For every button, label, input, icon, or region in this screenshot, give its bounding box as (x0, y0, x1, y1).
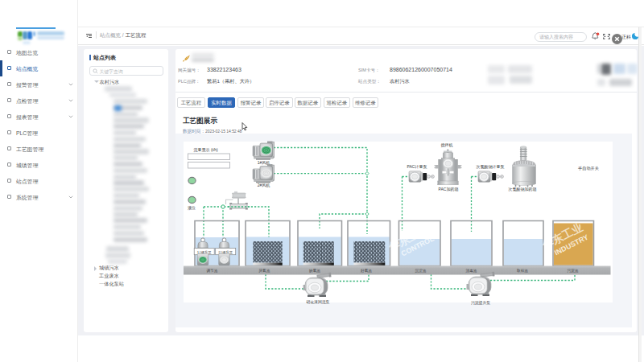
svg-text:缺氧池: 缺氧池 (309, 268, 320, 274)
svg-text:厌氧池: 厌氧池 (259, 268, 270, 274)
svg-text:污泥提升泵: 污泥提升泵 (471, 300, 490, 306)
svg-text:次氯酸钠计量泵: 次氯酸钠计量泵 (477, 164, 505, 170)
svg-text:手自动开关: 手自动开关 (578, 166, 599, 171)
svg-text:流量显示 (t/h): 流量显示 (t/h) (194, 147, 219, 153)
svg-text:1#提升泵: 1#提升泵 (197, 250, 212, 254)
svg-text:污泥池: 污泥池 (568, 268, 579, 274)
svg-text:好氧池: 好氧池 (361, 268, 372, 274)
svg-text:搅拌机: 搅拌机 (441, 142, 453, 148)
svg-text:液位: 液位 (188, 205, 196, 211)
svg-text:取样池: 取样池 (517, 268, 528, 274)
svg-text:1#风机: 1#风机 (258, 160, 270, 165)
svg-text:2#提升泵: 2#提升泵 (218, 250, 233, 254)
svg-text:硝化液回流泵: 硝化液回流泵 (306, 299, 330, 305)
svg-text:2#风机: 2#风机 (258, 183, 270, 187)
svg-text:PAC计量泵: PAC计量泵 (407, 164, 427, 169)
svg-text:PAC加药箱: PAC加药箱 (439, 187, 459, 191)
svg-text:调节池: 调节池 (207, 268, 218, 274)
svg-text:次氯酸钠加药箱: 次氯酸钠加药箱 (509, 187, 537, 192)
